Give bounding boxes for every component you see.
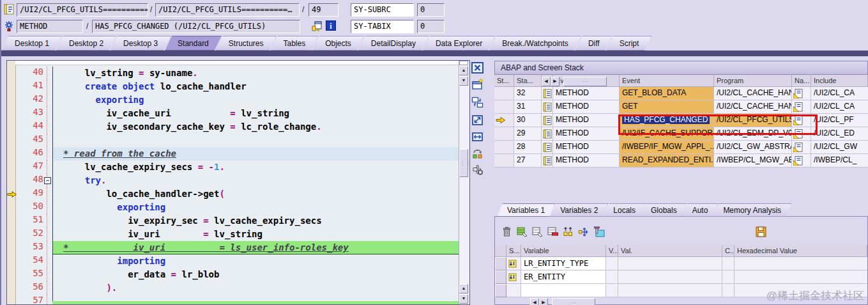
tab-desktop-1[interactable]: Desktop 1 [2, 36, 62, 51]
swap-window-icon[interactable] [471, 97, 483, 108]
code-line-42[interactable]: 42 exporting [15, 93, 459, 107]
vars-tab-variables-2[interactable]: Variables 2 [550, 203, 608, 217]
sysvar-name-field-2[interactable]: SY-TABIX [351, 20, 414, 33]
split-handle[interactable] [459, 61, 468, 65]
services-icon[interactable] [471, 164, 483, 176]
line-number[interactable]: 57 [15, 295, 47, 304]
line-number[interactable]: 55 [15, 268, 47, 281]
event-cell[interactable]: /UI2/IF_CACHE_SUPPOR... [620, 127, 714, 141]
session-swap-icon[interactable] [471, 148, 483, 159]
vars-tab-auto[interactable]: Auto [682, 203, 719, 217]
stack-row-31[interactable]: 31METHODGET/UI2/CL_CACHE_HANDLE../UI2/CL… [494, 100, 868, 114]
insert-columns-icon[interactable] [563, 226, 574, 237]
program-cell[interactable]: /UI2/CL_PFCG_UTILS==... [714, 114, 792, 127]
vars-tab-variables-1[interactable]: Variables 1 [497, 203, 555, 217]
tab-structures[interactable]: Structures [216, 36, 277, 51]
nav-icon[interactable] [793, 89, 803, 98]
vars-tab-memory-analysis[interactable]: Memory Analysis [713, 203, 791, 217]
event-field[interactable]: HAS_PFCG_CHANGED (/UI2/CL_PFCG_UTILS) [92, 20, 300, 33]
variable-name-cell[interactable]: LR_ENTITY_TYPE [521, 257, 606, 270]
fit-width-icon[interactable] [471, 131, 483, 143]
tab-standard[interactable]: Standard [165, 36, 222, 51]
tab-break-watchpoints[interactable]: Break./Watchpoints [489, 36, 581, 51]
code-line-41[interactable]: 41 create object lo_cache_handler [15, 80, 459, 93]
line-number[interactable]: 56 [15, 281, 47, 295]
scroll-left-icon[interactable]: ◀ [530, 298, 539, 305]
variable-row-lr_entity_type[interactable]: LR_ENTITY_TYPE [495, 257, 867, 270]
code-line-48[interactable]: 48 try. [15, 174, 459, 187]
code-line-43[interactable]: 43 iv_cache_uri = lv_string [15, 107, 459, 120]
row-select-cell[interactable] [495, 270, 506, 284]
line-number[interactable]: 52 [15, 228, 47, 241]
code-line-55[interactable]: 55 er_data = lr_blob [15, 268, 459, 281]
code-line-47[interactable]: 47 lv_cache_expiry_secs = -1. [15, 160, 459, 174]
row-select-cell[interactable] [495, 284, 506, 297]
stack-row-32[interactable]: 32METHODGET_BLOB_DATA/UI2/CL_CACHE_HANDL… [494, 87, 868, 100]
scrollbar-thumb[interactable]: ⋯ [552, 298, 595, 305]
new-window-icon[interactable] [471, 79, 483, 90]
maximize-icon[interactable] [471, 114, 483, 126]
code-line-44[interactable]: 44 iv_secondary_cache_key = lc_role_chan… [15, 120, 459, 134]
event-cell[interactable]: HAS_PFCG_CHANGED [620, 114, 714, 127]
line-number[interactable]: 53 [15, 241, 47, 254]
exit-icon[interactable] [312, 20, 323, 31]
event-type-field[interactable]: METHOD [17, 20, 83, 33]
tab-detaildisplay[interactable]: DetailDisplay [358, 36, 429, 51]
value-cell[interactable] [618, 257, 722, 270]
tab-script[interactable]: Script [607, 36, 652, 51]
line-number[interactable]: 43 [15, 107, 47, 120]
line-number[interactable]: 42 [15, 93, 47, 107]
program-cell[interactable]: /UI2/CL_EDM_DP_V06_P.. [714, 127, 792, 141]
nav-icon[interactable] [793, 102, 803, 112]
fold-collapse-icon[interactable]: − [44, 177, 51, 184]
tab-tables[interactable]: Tables [270, 36, 318, 51]
variable-name-cell[interactable] [521, 284, 606, 297]
navigate-cell[interactable] [792, 87, 811, 100]
tab-objects[interactable]: Objects [312, 36, 364, 51]
row-select-cell[interactable] [495, 257, 506, 270]
editor-vertical-scrollbar[interactable]: ▲ ▼ ⋮⋮ ▲ ▼ [459, 61, 469, 304]
tab-desktop-2[interactable]: Desktop 2 [56, 36, 116, 51]
code-line-53[interactable]: 53* iv_uri = ls_user_info-roles_key [15, 241, 459, 254]
line-number[interactable]: 45 [15, 134, 47, 147]
copy-table-icon[interactable] [532, 226, 543, 237]
info-icon[interactable]: i [326, 20, 336, 31]
program-cell[interactable]: /IWBEP/CL_MGW_ABS_... [714, 154, 792, 168]
nav-icon[interactable] [793, 156, 803, 166]
save-icon[interactable] [756, 226, 766, 237]
navigate-cell[interactable] [792, 114, 811, 127]
tab-desktop-3[interactable]: Desktop 3 [110, 36, 171, 51]
close-icon[interactable] [471, 62, 483, 74]
scroll-right-icon[interactable]: ▶ [551, 77, 560, 86]
vars-tab-globals[interactable]: Globals [641, 203, 687, 217]
line-number[interactable]: 50 [15, 201, 47, 214]
code-line-40[interactable]: 40 lv_string = sy-uname. [15, 66, 459, 80]
navigate-cell[interactable] [792, 100, 811, 114]
scroll-up-icon[interactable]: ▲ [459, 284, 468, 293]
stack-row-28[interactable]: 28METHOD/IWBEP/IF_MGW_APPL_.../UI2/CL_GW… [494, 141, 868, 154]
filter-icon[interactable] [593, 226, 605, 237]
insert-table-icon[interactable] [517, 226, 528, 237]
program-cell[interactable]: /UI2/CL_CACHE_HANDLE.. [714, 100, 792, 114]
stack-row-27[interactable]: 27METHODREAD_EXPANDED_ENTI.../IWBEP/CL_M… [494, 154, 868, 168]
code-line-51[interactable]: 51 iv_expiry_sec = lv_cache_expiry_secs [15, 214, 459, 228]
code-line-46[interactable]: 46* read from the cache [15, 147, 459, 160]
line-number[interactable]: 47 [15, 160, 47, 174]
program-field-2[interactable]: /UI2/CL_PFCG_UTILS==========… [155, 3, 300, 17]
tab-diff[interactable]: Diff [575, 36, 613, 51]
scroll-right-icon[interactable]: ▶ [539, 298, 548, 305]
variable-row-er_entity[interactable]: ER_ENTITY [495, 270, 867, 284]
line-number-field[interactable]: 49 [308, 3, 339, 17]
program-field-1[interactable]: /UI2/CL_PFCG_UTILS==========… [17, 3, 148, 17]
code-line-52[interactable]: 52 iv_uri = lv_string [15, 228, 459, 241]
code-line-50[interactable]: 50 exporting [15, 201, 459, 214]
line-number[interactable]: 48 [15, 174, 47, 187]
program-cell[interactable]: /UI2/CL_GW_ABSTRACT... [714, 141, 792, 154]
breakpoint-margin[interactable] [7, 61, 16, 304]
event-cell[interactable]: GET_BLOB_DATA [620, 87, 714, 100]
line-number[interactable]: 51 [15, 214, 47, 228]
event-cell[interactable]: READ_EXPANDED_ENTI... [620, 154, 714, 168]
nav-icon[interactable] [793, 129, 803, 139]
line-number[interactable]: 41 [15, 80, 47, 93]
navigate-cell[interactable] [792, 154, 811, 168]
